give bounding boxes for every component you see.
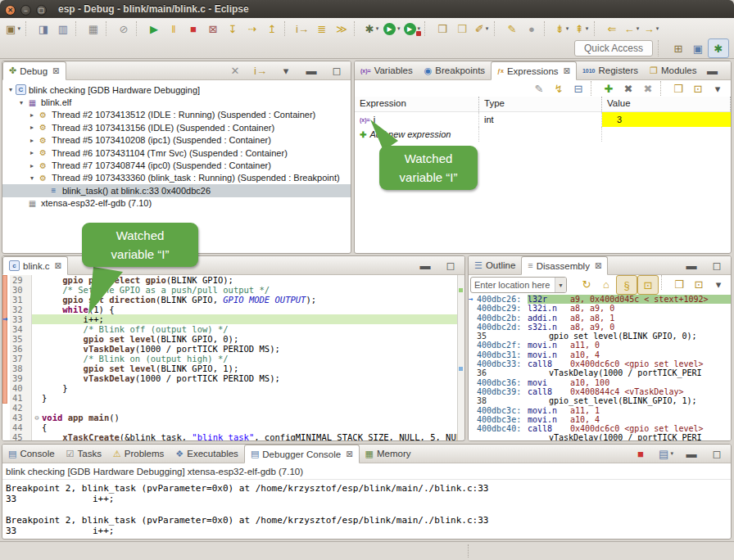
- step-into-button[interactable]: ↧: [223, 20, 242, 38]
- use-step-filters-button[interactable]: ≫: [332, 20, 351, 38]
- expander-icon[interactable]: ▸: [27, 162, 37, 169]
- new-c-project-button[interactable]: ❒: [433, 20, 452, 38]
- tab-expressions[interactable]: ƒxExpressions⊠: [491, 61, 577, 80]
- add-expression-button[interactable]: ✚: [599, 79, 618, 97]
- line-number[interactable]: 32: [10, 305, 32, 314]
- view-menu-button[interactable]: ▾: [708, 79, 727, 97]
- debug-perspective-button[interactable]: ✱: [708, 38, 729, 58]
- window-titlebar[interactable]: ✕–▢ esp - Debug - blink/main/blink.c - E…: [0, 0, 734, 18]
- sync-with-active-context-button[interactable]: ⊡: [637, 275, 659, 295]
- debug-tree-row[interactable]: ▸⚙Thread #3 1073413156 (IDLE) (Suspended…: [2, 121, 351, 133]
- code-editor[interactable]: 29 gpio_pad_select_gpio(BLINK_GPIO);30 /…: [2, 275, 464, 441]
- line-number[interactable]: 29: [10, 275, 32, 285]
- line-number[interactable]: 43: [10, 413, 32, 422]
- debug-tree-row[interactable]: ▦xtensa-esp32-elf-gdb (7.10): [2, 197, 351, 210]
- collapse-all-button[interactable]: ⊟: [569, 79, 588, 97]
- display-selected-console-button[interactable]: ▤▾: [656, 445, 676, 463]
- expander-icon[interactable]: ▸: [27, 137, 37, 144]
- debug-launch-tree[interactable]: ▾Cblink checking [GDB Hardware Debugging…: [2, 80, 351, 210]
- tab-debug[interactable]: ✤Debug⊠: [2, 61, 66, 80]
- line-number[interactable]: 36: [10, 344, 32, 354]
- show-type-names-button[interactable]: ✎: [529, 79, 549, 97]
- minimize-view-button[interactable]: ▬: [301, 61, 321, 79]
- show-logical-structure-button[interactable]: ↯: [549, 79, 569, 97]
- show-debug-context-button[interactable]: ≣: [312, 20, 332, 38]
- search-button[interactable]: ✐▾: [472, 20, 492, 38]
- debug-tree-row[interactable]: ▸⚙Thread #2 1073413512 (IDLE : Running) …: [2, 109, 351, 121]
- overview-mark[interactable]: [459, 288, 463, 292]
- expression-row[interactable]: (x)=iint3: [355, 112, 731, 127]
- resume-button[interactable]: ▶: [144, 20, 164, 38]
- run-launch-button[interactable]: ▶▾: [382, 20, 402, 38]
- disassembly-listing[interactable]: →400dbc26:l32ra9, 0x400d045c <_stext+109…: [469, 295, 731, 441]
- line-number[interactable]: 34: [10, 324, 32, 334]
- pin-view-button[interactable]: ⊡: [688, 79, 708, 97]
- add-expression-row[interactable]: ✚ Add new expression: [355, 127, 731, 142]
- last-edit-location-button[interactable]: ⇐: [602, 20, 622, 38]
- close-window-button[interactable]: ✕: [5, 5, 16, 16]
- location-input[interactable]: Enter location here: [471, 280, 555, 290]
- new-wizard-button[interactable]: ▣▾: [3, 20, 23, 38]
- maximize-view-button[interactable]: ◻: [727, 61, 732, 79]
- maximize-view-button[interactable]: ◻: [441, 256, 460, 274]
- new-view-button[interactable]: ❒: [669, 275, 689, 293]
- quick-access-button[interactable]: Quick Access: [574, 40, 653, 56]
- tab-disassembly[interactable]: ≡Disassembly⊠: [521, 256, 608, 275]
- tab-outline[interactable]: ☰Outline: [469, 256, 521, 274]
- debug-tree-row[interactable]: ▸⚙Thread #6 1073431104 (Tmr Svc) (Suspen…: [2, 147, 351, 159]
- pin-view-button[interactable]: ⊡: [689, 275, 709, 293]
- tab-memory[interactable]: ▦Memory: [360, 445, 417, 463]
- line-number[interactable]: 42: [10, 403, 32, 413]
- instruction-stepping-mode-button[interactable]: i→: [251, 61, 270, 79]
- tab-variables[interactable]: (x)=Variables: [355, 61, 419, 79]
- tab-debugger-console[interactable]: ▤Debugger Console⊠: [244, 445, 360, 463]
- tab-blink-c[interactable]: cblink.c⊠: [2, 256, 68, 275]
- view-menu-button[interactable]: ▾: [276, 61, 296, 79]
- breakpoint-gutter[interactable]: [2, 432, 10, 441]
- expander-icon[interactable]: ▸: [27, 149, 37, 156]
- close-tab-icon[interactable]: ⊠: [595, 261, 601, 270]
- tab-console[interactable]: ▤Console: [2, 445, 61, 463]
- fold-marker[interactable]: ⊖: [32, 413, 42, 422]
- maximize-view-button[interactable]: ◻: [707, 256, 727, 274]
- terminate-console-button[interactable]: ■: [631, 445, 650, 463]
- line-number[interactable]: 35: [10, 334, 32, 344]
- debug-launch-button[interactable]: ✱▾: [362, 20, 382, 38]
- minimize-view-button[interactable]: ▬: [682, 256, 701, 274]
- open-type-button[interactable]: ●: [522, 20, 541, 38]
- view-menu-button[interactable]: ▾: [709, 275, 728, 293]
- overview-mark[interactable]: [459, 367, 463, 371]
- expander-icon[interactable]: ▸: [27, 111, 37, 119]
- terminate-button[interactable]: ■: [184, 20, 203, 38]
- debug-tree-row[interactable]: ▸⚙Thread #5 1073410208 (ipc1) (Suspended…: [2, 134, 351, 147]
- debug-tree-row[interactable]: ▾⚙Thread #9 1073433360 (blink_task : Run…: [2, 172, 351, 184]
- line-number[interactable]: 40: [10, 383, 32, 393]
- minimize-window-button[interactable]: –: [20, 5, 31, 16]
- step-return-button[interactable]: ↥: [262, 20, 282, 38]
- instruction-pointer-icon[interactable]: →: [2, 314, 14, 324]
- show-source-button[interactable]: §: [616, 275, 637, 295]
- save-all-button[interactable]: ▥: [53, 20, 73, 38]
- open-perspective-button[interactable]: ⊞: [668, 39, 688, 57]
- tab-problems[interactable]: ⚠Problems: [107, 445, 170, 463]
- expander-icon[interactable]: ▾: [6, 86, 16, 93]
- tab-tasks[interactable]: ☑Tasks: [61, 445, 107, 463]
- cpp-perspective-button[interactable]: ▣: [688, 39, 708, 57]
- line-number[interactable]: 39: [10, 373, 32, 383]
- next-annotation-button[interactable]: ⇟▾: [552, 20, 572, 38]
- tab-modules[interactable]: ❐Modules: [644, 61, 702, 79]
- overview-ruler[interactable]: [457, 275, 464, 441]
- column-value[interactable]: Value: [602, 97, 731, 111]
- breakpoint-gutter[interactable]: [2, 413, 10, 422]
- line-number[interactable]: 45: [10, 432, 32, 441]
- debug-tree-row[interactable]: ▾▦blink.elf: [2, 96, 351, 108]
- expander-icon[interactable]: ▾: [27, 174, 37, 182]
- skip-all-breakpoints-button[interactable]: ⊘: [114, 20, 134, 38]
- maximize-view-button[interactable]: ◻: [327, 61, 347, 79]
- tab-registers[interactable]: 1010Registers: [577, 61, 644, 79]
- expander-icon[interactable]: ▸: [27, 124, 37, 131]
- column-type[interactable]: Type: [479, 97, 602, 111]
- debug-tree-row[interactable]: ≡blink_task() at blink.c:33 0x400dbc26: [2, 184, 351, 196]
- instruction-stepping-button[interactable]: i→: [292, 20, 312, 38]
- remove-all-terminated-button[interactable]: ✕: [225, 61, 245, 79]
